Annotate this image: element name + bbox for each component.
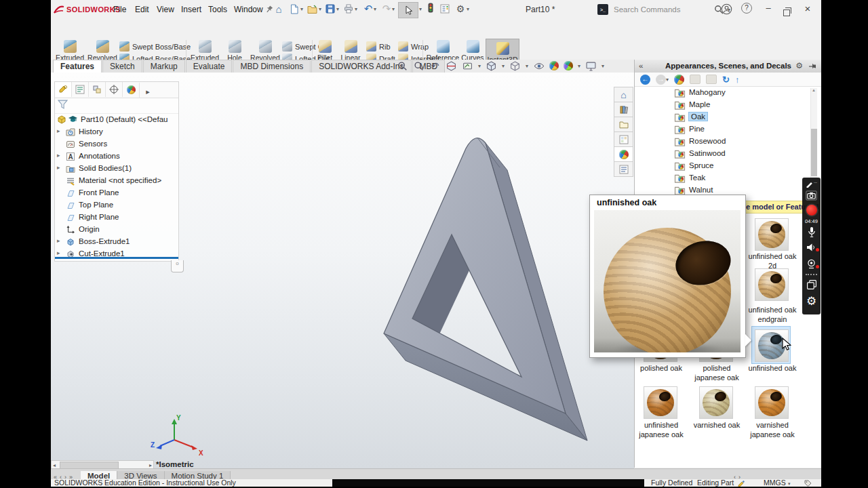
select-tool-caret[interactable]: ▾ (419, 6, 422, 12)
undo-caret[interactable]: ▾ (374, 6, 376, 12)
options-list-icon[interactable] (440, 4, 450, 14)
screenshot-camera-button[interactable] (802, 190, 821, 201)
minimize-button[interactable]: – (762, 1, 775, 15)
units-selector[interactable]: MMGS (764, 479, 786, 487)
refresh-icon[interactable]: ↻ (722, 75, 730, 85)
tree-item-label[interactable]: History (79, 127, 103, 136)
sidetab-design-library[interactable] (614, 102, 633, 117)
rollback-bar[interactable] (55, 257, 178, 259)
thumbnail-varnished-japanese-oak[interactable] (755, 386, 789, 419)
settings-gear-caret[interactable]: ▾ (467, 6, 469, 12)
open-caret[interactable]: ▾ (319, 6, 321, 12)
help-icon[interactable]: ? (741, 3, 752, 14)
rebuild-traffic-light-icon[interactable] (426, 3, 435, 13)
section-view-icon[interactable] (446, 60, 457, 71)
menu-view[interactable]: View (154, 0, 177, 19)
menu-window[interactable]: Window (231, 0, 266, 19)
featuremanager-tree-tab[interactable] (55, 82, 72, 97)
more-dots[interactable]: ... (814, 180, 817, 188)
edit-appearance-ball-icon[interactable] (549, 61, 559, 70)
save-button[interactable] (326, 4, 335, 14)
print-button[interactable] (344, 4, 353, 14)
redo-button[interactable]: ↷ (380, 3, 393, 15)
sidetab-view-palette[interactable] (614, 131, 633, 147)
expand-arrow[interactable]: ▸ (57, 237, 60, 244)
expand-arrow[interactable]: ▸ (57, 127, 60, 134)
sidetab-custom-properties[interactable] (614, 161, 633, 177)
zoom-to-area-icon[interactable] (413, 60, 425, 71)
tab-features[interactable]: Features (53, 60, 102, 73)
tree-item-front-plane[interactable]: Front Plane (55, 188, 178, 200)
display-style-caret[interactable]: ▾ (526, 63, 528, 69)
view-settings-monitor-icon[interactable] (585, 60, 597, 71)
tree-item-label[interactable]: Top Plane (79, 201, 113, 209)
dimxpert-manager-tab[interactable] (106, 82, 123, 97)
search-input[interactable] (612, 5, 710, 14)
previous-view-icon[interactable]: ↶ (429, 60, 441, 71)
draw-pencil-button[interactable]: ... (802, 180, 821, 188)
menu-edit[interactable]: Edit (132, 0, 152, 19)
new-document-button[interactable] (290, 4, 299, 14)
webcam-button[interactable] (802, 259, 821, 270)
tree-item-label[interactable]: Right Plane (79, 213, 119, 221)
tree-item-label[interactable]: Front Plane (79, 188, 119, 197)
apply-scene-caret[interactable]: ▾ (578, 63, 580, 69)
panel-expand-arrow[interactable]: ▸ (140, 85, 156, 100)
tree-root-label[interactable]: Part10 (Default) <<Defau (81, 115, 168, 123)
annotation-caret[interactable]: ▾ (478, 63, 481, 69)
tree-item-boss-extrude1[interactable]: ▸Boss-Extrude1 (55, 237, 178, 249)
tree-item-label[interactable]: Annotations (79, 152, 120, 160)
thumbnail-varnished-oak[interactable] (699, 386, 733, 419)
tree-item-history[interactable]: ▸History (55, 127, 178, 139)
sidetab-solidworks-resources[interactable]: ⌂ (614, 87, 633, 102)
scroll-up-arrow[interactable]: ▲ (812, 88, 816, 92)
recorder-settings-gear[interactable]: ⚙ (802, 294, 821, 308)
tab-evaluate[interactable]: Evaluate (186, 60, 233, 73)
thumbnail-unfinished-japanese-oak[interactable] (644, 386, 677, 419)
menu-file[interactable]: File (111, 0, 129, 19)
save-caret[interactable]: ▾ (336, 6, 339, 12)
tree-item-label[interactable]: Origin (79, 225, 100, 233)
hide-show-items-eye-icon[interactable] (533, 60, 545, 71)
forward-button[interactable]: → (656, 75, 666, 85)
menu-insert[interactable]: Insert (178, 0, 204, 19)
view-settings-caret[interactable]: ▾ (601, 63, 604, 69)
apply-scene-icon[interactable] (564, 61, 573, 70)
windows-layers-button[interactable] (802, 279, 821, 290)
open-button[interactable] (307, 5, 317, 14)
tab-sketch[interactable]: Sketch (102, 60, 142, 73)
record-button[interactable] (802, 205, 821, 216)
menu-tools[interactable]: Tools (205, 0, 230, 19)
configuration-manager-tab[interactable] (89, 82, 106, 97)
select-tool-button[interactable] (398, 2, 418, 18)
pane-pin-icon[interactable] (808, 62, 816, 70)
sidetab-file-explorer[interactable] (614, 117, 633, 132)
rib-button[interactable]: Rib (366, 41, 391, 53)
tree-item-material[interactable]: Material <not specified> (55, 176, 178, 188)
speaker-button[interactable] (802, 243, 821, 252)
expand-arrow[interactable]: ▸ (57, 152, 60, 159)
thumbnail-unfinished-oak-endgrain[interactable] (755, 268, 789, 301)
property-manager-tab[interactable] (72, 82, 89, 97)
view-orientation-caret[interactable]: ▾ (502, 63, 505, 69)
move-up-icon[interactable]: ↑ (735, 75, 740, 85)
scrollbar-thumb[interactable] (811, 129, 817, 176)
expand-arrow[interactable]: ▸ (57, 164, 60, 171)
tree-filter-icon[interactable] (58, 100, 68, 109)
tree-item-annotations[interactable]: ▸AAnnotations (55, 151, 178, 163)
thumbnail-unfinished-oak-2d[interactable] (755, 218, 789, 251)
close-button[interactable]: × (801, 2, 814, 16)
wrap-button[interactable]: Wrap (398, 41, 429, 53)
settings-gear-button[interactable]: ⚙ (454, 3, 467, 15)
tab-mbd-dimensions[interactable]: MBD Dimensions (233, 60, 311, 73)
forward-caret[interactable]: ▾ (666, 77, 669, 83)
dynamic-annotation-icon[interactable] (462, 60, 473, 71)
view-orientation-cube-icon[interactable] (486, 60, 497, 71)
tree-root-row[interactable]: Part10 (Default) <<Defau (55, 115, 178, 127)
expand-arrow[interactable]: ▸ (57, 249, 60, 256)
account-icon[interactable] (721, 3, 732, 15)
collapse-pane-icon[interactable]: « (639, 60, 643, 73)
tree-item-cut-extrude1[interactable]: ▸Cut-Extrude1 (55, 249, 178, 261)
appearance-ball-icon[interactable] (674, 75, 684, 85)
zoom-to-fit-icon[interactable] (397, 60, 408, 71)
